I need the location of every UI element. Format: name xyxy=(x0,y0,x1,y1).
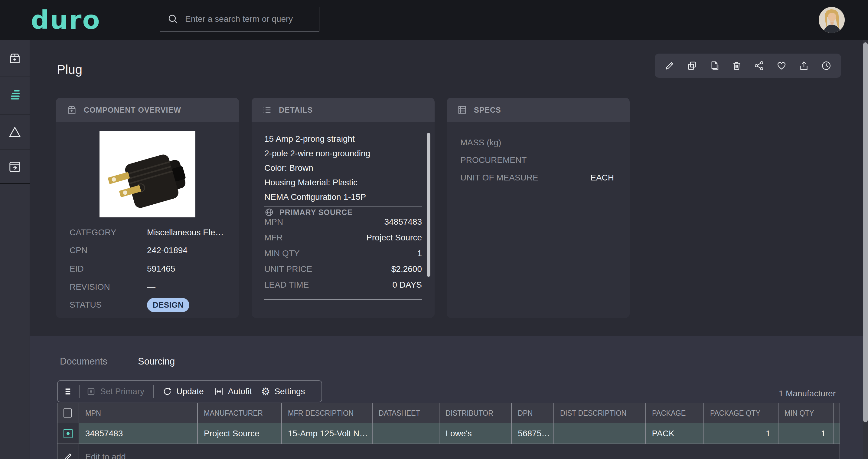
tab-documents[interactable]: Documents xyxy=(60,356,107,367)
page-scrollbar[interactable] xyxy=(863,40,868,459)
select-all-cell[interactable] xyxy=(58,403,79,423)
edit-to-add-cell[interactable]: Edit to add xyxy=(79,443,840,459)
duplicate-button[interactable] xyxy=(685,59,699,73)
top-navbar: duro xyxy=(0,0,868,40)
heart-icon xyxy=(776,60,787,71)
col-min-qty[interactable]: MIN QTY xyxy=(778,403,833,423)
cell-dpn[interactable]: 56875… xyxy=(511,423,553,443)
component-photo[interactable] xyxy=(99,131,195,218)
autofit-button[interactable]: Autofit xyxy=(214,386,252,396)
share-icon xyxy=(754,60,765,71)
sidebar-item-components-active[interactable] xyxy=(0,77,30,114)
ps-field-mfr: MFR Project Source xyxy=(264,233,422,245)
description-line: 15 Amp 2-prong straight xyxy=(264,132,415,146)
sourcing-table: MPN MANUFACTURER MFR DESCRIPTION DATASHE… xyxy=(57,403,840,459)
table-edit-row[interactable]: Edit to add xyxy=(58,443,840,459)
global-search[interactable] xyxy=(160,7,319,31)
clock-icon xyxy=(821,60,832,71)
col-package-qty[interactable]: PACKAGE QTY xyxy=(704,403,778,423)
sidebar-item-change-orders[interactable] xyxy=(0,114,30,150)
details-scrollbar[interactable] xyxy=(427,133,430,277)
spec-unit-of-measure: UNIT OF MEASURE EACH xyxy=(460,173,614,185)
field-value: EACH xyxy=(590,173,614,182)
gear-icon: ⚙ xyxy=(261,386,270,397)
cell-spacer xyxy=(833,423,840,443)
sidebar-item-release[interactable] xyxy=(0,150,30,184)
cell-package-qty[interactable]: 1 xyxy=(704,423,778,443)
field-label: REVISION xyxy=(69,282,110,292)
table-header-row: MPN MANUFACTURER MFR DESCRIPTION DATASHE… xyxy=(58,403,840,423)
component-actions-bar xyxy=(655,54,841,78)
duro-logo[interactable]: duro xyxy=(31,3,101,37)
primary-source-header: PRIMARY SOURCE xyxy=(264,207,353,217)
description-line: Color: Brown xyxy=(264,161,415,175)
cell-datasheet[interactable] xyxy=(372,423,439,443)
edit-button[interactable] xyxy=(663,59,676,73)
field-label: MFR xyxy=(264,233,283,242)
manufacturer-count: 1 Manufacturer xyxy=(715,389,836,398)
field-category: CATEGORY Miscellaneous Ele… xyxy=(56,227,239,238)
trash-icon xyxy=(731,60,742,71)
cell-mpn[interactable]: 34857483 xyxy=(79,423,197,443)
field-label: LEAD TIME xyxy=(264,280,309,290)
field-label: UNIT PRICE xyxy=(264,264,312,274)
col-manufacturer[interactable]: MANUFACTURER xyxy=(197,403,281,423)
cell-dist-description[interactable] xyxy=(554,423,645,443)
set-primary-button[interactable]: Set Primary xyxy=(86,386,144,396)
update-button[interactable]: Update xyxy=(162,386,204,396)
col-mpn[interactable]: MPN xyxy=(79,403,197,423)
col-distributor[interactable]: DISTRIBUTOR xyxy=(439,403,511,423)
col-dist-description[interactable]: DIST DESCRIPTION xyxy=(554,403,645,423)
favorite-button[interactable] xyxy=(775,59,788,73)
field-value: 242-01894 xyxy=(147,246,187,255)
col-dpn[interactable]: DPN xyxy=(511,403,553,423)
field-label: PROCUREMENT xyxy=(460,155,527,165)
header-checkbox[interactable] xyxy=(63,408,72,418)
settings-button[interactable]: ⚙ Settings xyxy=(261,386,305,397)
specs-card: SPECS MASS (kg) PROCUREMENT UNIT OF MEAS… xyxy=(447,98,630,318)
cell-package[interactable]: PACK xyxy=(645,423,703,443)
divider xyxy=(264,299,422,300)
edit-row-pencil-cell[interactable] xyxy=(58,443,79,459)
set-primary-icon xyxy=(86,386,96,396)
tab-sourcing[interactable]: Sourcing xyxy=(138,356,175,367)
description-line: NEMA Configuration 1-15P xyxy=(264,190,415,204)
col-datasheet[interactable]: DATASHEET xyxy=(372,403,439,423)
duro-app: duro xyxy=(0,0,868,459)
search-input[interactable] xyxy=(179,7,319,31)
cell-min-qty[interactable]: 1 xyxy=(778,423,833,443)
row-select-cell[interactable] xyxy=(58,423,79,443)
left-sidebar xyxy=(0,40,30,459)
page-scrollbar-thumb[interactable] xyxy=(863,42,868,422)
delete-button[interactable] xyxy=(730,59,743,73)
cell-manufacturer[interactable]: Project Source xyxy=(197,423,281,443)
sidebar-item-new-component[interactable] xyxy=(0,40,30,77)
field-value: 34857483 xyxy=(384,217,422,227)
menu-button[interactable] xyxy=(64,386,74,397)
cell-distributor[interactable]: Lowe's xyxy=(439,423,511,443)
export-icon xyxy=(799,60,809,71)
col-mfr-description[interactable]: MFR DESCRIPTION xyxy=(281,403,372,423)
spec-mass: MASS (kg) xyxy=(460,138,614,150)
history-button[interactable] xyxy=(819,59,833,73)
spec-procurement: PROCUREMENT xyxy=(460,155,614,167)
field-value: — xyxy=(147,282,155,292)
col-package[interactable]: PACKAGE xyxy=(645,403,704,423)
table-icon xyxy=(457,105,467,115)
pencil-icon xyxy=(63,452,73,459)
table-row[interactable]: 34857483 Project Source 15-Amp 125-Volt … xyxy=(58,423,840,443)
globe-icon xyxy=(264,207,274,217)
field-value: Project Source xyxy=(366,233,422,242)
ps-field-min-qty: MIN QTY 1 xyxy=(264,249,422,261)
share-button[interactable] xyxy=(752,59,766,73)
row-checkbox-selected[interactable] xyxy=(63,429,72,438)
cell-mfr-description[interactable]: 15-Amp 125-Volt N… xyxy=(281,423,372,443)
card-title: SPECS xyxy=(474,106,501,114)
user-avatar[interactable] xyxy=(819,7,845,33)
component-overview-header: COMPONENT OVERVIEW xyxy=(56,98,239,122)
field-revision: REVISION — xyxy=(56,281,239,293)
toolbar-divider xyxy=(153,385,154,398)
copy-document-button[interactable] xyxy=(708,59,721,73)
export-button[interactable] xyxy=(797,59,810,73)
avatar-photo-icon xyxy=(819,7,845,33)
